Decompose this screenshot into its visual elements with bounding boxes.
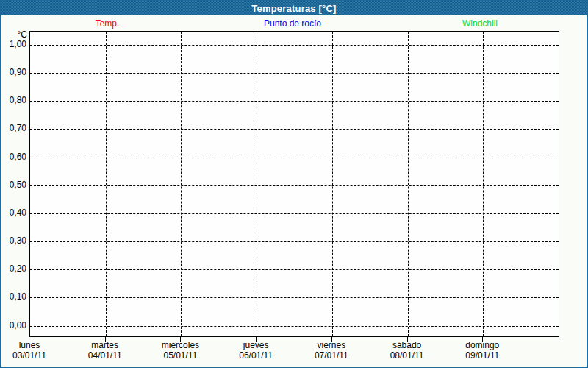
plot-area: [29, 31, 559, 337]
v-gridline: [106, 32, 107, 336]
x-axis-label: martes04/01/11: [65, 340, 146, 361]
legend-item-temp: Temp.: [96, 18, 120, 29]
v-gridline: [483, 32, 484, 336]
x-tick-mark: [180, 336, 181, 342]
h-gridline: [30, 129, 559, 130]
x-axis-day-label: sábado: [367, 340, 448, 350]
x-axis-day-label: domingo: [442, 340, 523, 350]
y-tick-label: 0,40: [0, 208, 26, 218]
x-axis-date-label: 08/01/11: [367, 350, 448, 361]
h-gridline: [30, 101, 559, 102]
v-gridline: [408, 32, 409, 336]
x-tick-mark: [482, 336, 483, 342]
x-axis-day-label: lunes: [0, 340, 70, 350]
y-tick-label: 0,50: [0, 180, 26, 190]
h-gridline: [30, 241, 559, 242]
x-tick-mark: [105, 336, 106, 342]
y-tick-label: 0,20: [0, 263, 26, 274]
x-axis-day-label: martes: [65, 340, 146, 350]
h-gridline: [30, 213, 559, 214]
x-axis-day-label: miércoles: [140, 340, 220, 350]
y-tick-label: 0,90: [0, 67, 26, 77]
h-gridline: [30, 185, 559, 186]
x-axis-label: miércoles05/01/11: [140, 340, 220, 361]
legend-item-windchill: Windchill: [462, 18, 498, 29]
h-gridline: [30, 45, 559, 46]
y-tick-label: 0,30: [0, 236, 26, 246]
x-axis-date-label: 09/01/11: [442, 350, 523, 361]
x-tick-mark: [256, 336, 257, 342]
x-axis-date-label: 03/01/11: [0, 350, 70, 361]
h-gridline: [30, 158, 559, 158]
y-axis-unit-label: °C: [0, 29, 27, 40]
y-tick-label: 0,70: [0, 123, 26, 133]
x-axis-label: domingo09/01/11: [442, 340, 523, 361]
legend-item-dewpoint: Punto de rocío: [264, 18, 321, 29]
y-tick-label: 0,10: [0, 291, 26, 302]
h-gridline: [30, 326, 559, 327]
x-tick-mark: [331, 336, 332, 342]
v-gridline: [181, 32, 182, 336]
y-tick-label: 1,00: [0, 39, 26, 49]
h-gridline: [30, 73, 559, 74]
chart-stage: Temp.Punto de rocíoWindchill °C 1,000,90…: [0, 0, 588, 368]
x-axis-label: viernes07/01/11: [291, 340, 372, 361]
y-tick-label: 0,80: [0, 95, 26, 105]
y-tick-label: 0,00: [0, 320, 26, 330]
x-axis-label: lunes03/01/11: [0, 340, 70, 361]
chart-window: Temperaturas [°C] Temp.Punto de rocíoWin…: [0, 0, 588, 368]
x-axis-day-label: jueves: [215, 340, 296, 350]
x-axis-date-label: 06/01/11: [215, 350, 296, 361]
x-axis-label: sábado08/01/11: [367, 340, 448, 361]
v-gridline: [257, 32, 257, 336]
x-axis-label: jueves06/01/11: [215, 340, 296, 361]
x-axis-date-label: 04/01/11: [65, 350, 146, 361]
x-axis-date-label: 05/01/11: [140, 350, 220, 361]
h-gridline: [30, 297, 559, 298]
x-axis-date-label: 07/01/11: [291, 350, 372, 361]
x-axis-day-label: viernes: [291, 340, 372, 350]
h-gridline: [30, 269, 559, 270]
v-gridline: [332, 32, 333, 336]
y-tick-label: 0,60: [0, 152, 26, 162]
x-tick-mark: [407, 336, 408, 342]
